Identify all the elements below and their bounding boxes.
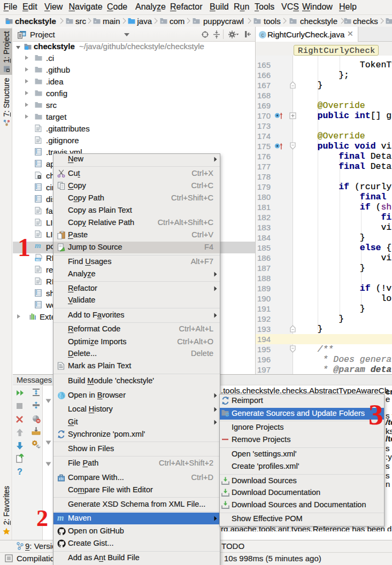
svg-text:MD: MD <box>36 258 40 261</box>
svg-text:c: c <box>262 32 264 37</box>
